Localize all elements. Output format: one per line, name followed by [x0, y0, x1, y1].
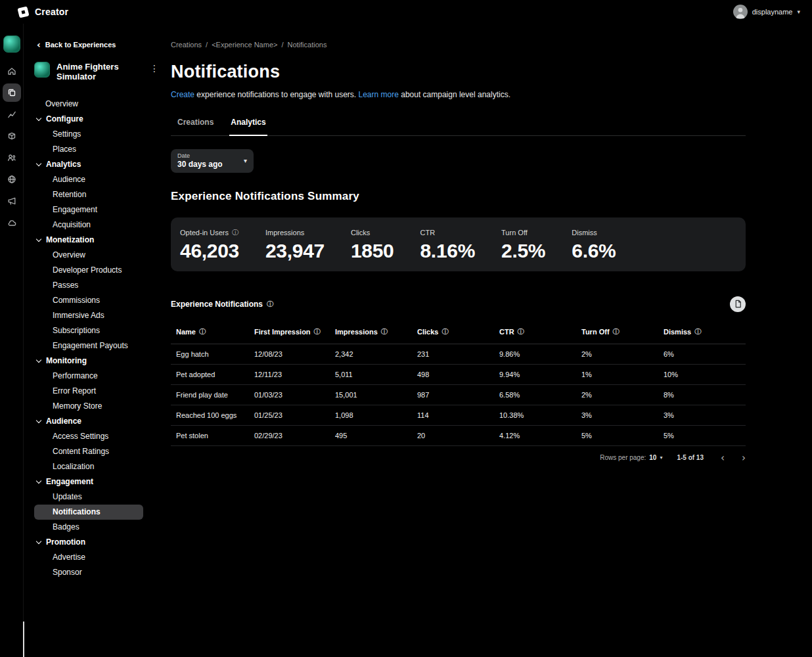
breadcrumb-item[interactable]: <Experience Name>	[212, 41, 277, 49]
sidebar-section-monitoring[interactable]: Monitoring	[34, 353, 143, 369]
chevron-down-icon: ▾	[660, 455, 662, 461]
column-label: Name	[176, 328, 196, 336]
column-header-dismiss[interactable]: Dismissⓘ	[664, 328, 746, 336]
sidebar-scrollbar[interactable]	[23, 622, 24, 657]
sidebar-section-label: Monetization	[46, 236, 94, 244]
summary-stat-ctr: CTR8.16%	[420, 229, 475, 261]
sidebar-section-engagement[interactable]: Engagement	[34, 474, 143, 489]
column-header-name[interactable]: Nameⓘ	[171, 328, 254, 336]
sidebar-section-configure[interactable]: Configure	[34, 112, 143, 127]
stat-label-text: Impressions	[265, 229, 304, 237]
rows-per-page[interactable]: Rows per page: 10 ▾	[600, 454, 662, 461]
column-header-first-impression[interactable]: First Impressionⓘ	[254, 328, 335, 336]
summary-stat-impressions: Impressions23,947	[265, 229, 325, 261]
brand[interactable]: Creator	[18, 7, 68, 17]
topbar: Creator displayname ▾	[0, 0, 812, 24]
pagination-range: 1-5 of 13	[677, 454, 704, 461]
creations-icon	[7, 87, 17, 98]
sidebar-item-passes[interactable]: Passes	[34, 278, 143, 293]
description-link[interactable]: Create	[171, 90, 194, 99]
summary-card: Opted-in Usersⓘ46,203Impressions23,947Cl…	[171, 217, 746, 271]
rail-cloud-button[interactable]	[3, 214, 21, 232]
rail-collaborate-button[interactable]	[3, 148, 21, 167]
table-row[interactable]: Reached 100 eggs01/25/231,09811410.38%3%…	[171, 405, 746, 426]
table-row[interactable]: Pet adopted12/11/235,0114989.94%1%10%	[171, 365, 746, 385]
sidebar-item-advertise[interactable]: Advertise	[34, 550, 143, 565]
sidebar-item-audience[interactable]: Audience	[34, 172, 143, 187]
sidebar-item-error-report[interactable]: Error Report	[34, 384, 143, 399]
stat-value: 23,947	[265, 240, 325, 261]
back-label: Back to Experiences	[45, 41, 116, 49]
sidebar-item-engagement-payouts[interactable]: Engagement Payouts	[34, 338, 143, 353]
table-cell: 4.12%	[499, 432, 581, 440]
table-row[interactable]: Friend play date01/03/2315,0019876.58%2%…	[171, 385, 746, 405]
sidebar-item-developer-products[interactable]: Developer Products	[34, 263, 143, 278]
sidebar-item-updates[interactable]: Updates	[34, 489, 143, 505]
rail-analytics-button[interactable]	[3, 105, 21, 124]
breadcrumb-item[interactable]: Creations	[171, 41, 202, 49]
kebab-menu-icon[interactable]: ⋮	[150, 63, 159, 74]
sidebar-section-label: Configure	[46, 115, 83, 124]
sidebar-item-settings[interactable]: Settings	[34, 127, 143, 142]
sidebar-item-places[interactable]: Places	[34, 142, 143, 157]
stat-label-text: Opted-in Users	[180, 229, 229, 237]
sidebar-item-access-settings[interactable]: Access Settings	[34, 429, 143, 444]
stat-label: CTR	[420, 229, 475, 237]
stat-label: Impressions	[265, 229, 325, 237]
megaphone-icon	[7, 196, 17, 206]
sidebar-item-overview[interactable]: Overview	[34, 97, 143, 112]
table-cell: 6.58%	[499, 391, 581, 399]
rail-creations-button[interactable]	[3, 83, 21, 102]
table-row[interactable]: Pet stolen02/29/23495204.12%5%5%	[171, 426, 746, 446]
date-filter[interactable]: Date 30 days ago ▾	[171, 149, 254, 173]
column-header-turn-off[interactable]: Turn Offⓘ	[581, 328, 664, 336]
sidebar-item-retention[interactable]: Retention	[34, 187, 143, 202]
sidebar-section-analytics[interactable]: Analytics	[34, 157, 143, 172]
table-cell: 8%	[664, 391, 746, 399]
sidebar-item-sponsor[interactable]: Sponsor	[34, 565, 143, 580]
description-link[interactable]: Learn more	[359, 90, 399, 99]
info-icon[interactable]: ⓘ	[267, 301, 273, 307]
stat-label: Opted-in Usersⓘ	[180, 229, 239, 237]
info-icon: ⓘ	[232, 229, 238, 236]
user-menu[interactable]: displayname ▾	[733, 5, 800, 19]
next-page-button[interactable]: ›	[742, 454, 746, 462]
rail-packages-button[interactable]	[3, 127, 21, 145]
sidebar-item-immersive-ads[interactable]: Immersive Ads	[34, 308, 143, 323]
sidebar-item-memory-store[interactable]: Memory Store	[34, 399, 143, 414]
previous-page-button[interactable]: ‹	[721, 454, 725, 462]
sidebar-section-label: Engagement	[46, 478, 93, 486]
sidebar-section-promotion[interactable]: Promotion	[34, 535, 143, 550]
sidebar-item-localization[interactable]: Localization	[34, 459, 143, 474]
table-cell: 12/11/23	[254, 371, 335, 378]
sidebar-item-engagement[interactable]: Engagement	[34, 202, 143, 217]
column-header-ctr[interactable]: CTRⓘ	[499, 328, 581, 336]
sidebar-item-performance[interactable]: Performance	[34, 369, 143, 384]
icon-rail	[0, 24, 24, 657]
tab-analytics[interactable]: Analytics	[229, 111, 267, 136]
sidebar-item-badges[interactable]: Badges	[34, 520, 143, 535]
sidebar-item-acquisition[interactable]: Acquisition	[34, 217, 143, 233]
sidebar-section-audience[interactable]: Audience	[34, 414, 143, 429]
back-to-experiences[interactable]: ‹ Back to Experiences	[37, 41, 164, 49]
rail-localization-button[interactable]	[3, 170, 21, 189]
export-button[interactable]	[730, 296, 746, 312]
table-cell: 1%	[581, 371, 664, 378]
home-icon	[7, 66, 17, 76]
pagination-buttons: ‹ ›	[721, 454, 746, 462]
rail-promote-button[interactable]	[3, 192, 21, 210]
sidebar-item-content-ratings[interactable]: Content Ratings	[34, 444, 143, 459]
experience-avatar[interactable]	[3, 35, 20, 53]
column-header-clicks[interactable]: Clicksⓘ	[417, 328, 499, 336]
sidebar-item-subscriptions[interactable]: Subscriptions	[34, 323, 143, 338]
sidebar-item-overview[interactable]: Overview	[34, 248, 143, 263]
sidebar-item-commissions[interactable]: Commissions	[34, 293, 143, 308]
sidebar-item-notifications[interactable]: Notifications	[34, 505, 143, 520]
table-row[interactable]: Egg hatch12/08/232,3422319.86%2%6%	[171, 344, 746, 365]
tab-creations[interactable]: Creations	[176, 111, 215, 135]
sidebar-section-monetization[interactable]: Monetization	[34, 233, 143, 248]
stat-label: Dismiss	[572, 229, 616, 237]
main-content: Creations/<Experience Name>/Notification…	[164, 24, 812, 657]
column-header-impressions[interactable]: Impressionsⓘ	[335, 328, 417, 336]
rail-home-button[interactable]	[3, 62, 21, 80]
